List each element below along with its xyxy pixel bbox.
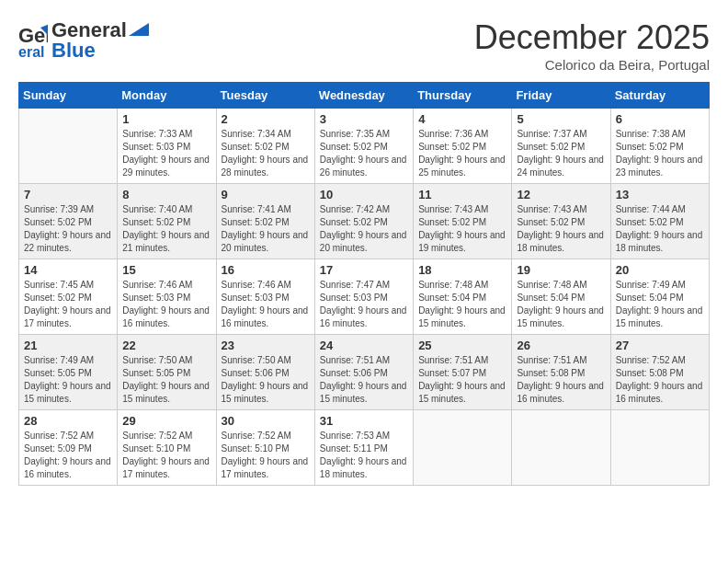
calendar-cell: 14Sunrise: 7:45 AMSunset: 5:02 PMDayligh…: [19, 259, 118, 335]
day-info: Sunrise: 7:52 AMSunset: 5:10 PMDaylight:…: [222, 430, 310, 481]
day-info: Sunrise: 7:43 AMSunset: 5:02 PMDaylight:…: [418, 203, 506, 255]
calendar-cell: 17Sunrise: 7:47 AMSunset: 5:03 PMDayligh…: [314, 259, 413, 335]
logo-icon: Gen eral: [18, 22, 48, 59]
calendar-cell: 11Sunrise: 7:43 AMSunset: 5:02 PMDayligh…: [414, 184, 512, 259]
day-info: Sunrise: 7:53 AMSunset: 5:11 PMDaylight:…: [320, 430, 408, 481]
day-number: 25: [418, 339, 506, 352]
logo-arrow-icon: [129, 23, 149, 36]
day-info: Sunrise: 7:43 AMSunset: 5:02 PMDaylight:…: [517, 203, 605, 255]
day-number: 16: [222, 263, 310, 277]
day-info: Sunrise: 7:51 AMSunset: 5:08 PMDaylight:…: [517, 354, 605, 406]
day-info: Sunrise: 7:38 AMSunset: 5:02 PMDaylight:…: [616, 128, 704, 179]
day-number: 26: [517, 339, 605, 352]
day-info: Sunrise: 7:50 AMSunset: 5:05 PMDaylight:…: [122, 354, 210, 406]
day-number: 11: [418, 188, 506, 201]
location-subtitle: Celorico da Beira, Portugal: [474, 57, 710, 73]
weekday-header: Monday: [118, 83, 216, 109]
calendar-cell: 7Sunrise: 7:39 AMSunset: 5:02 PMDaylight…: [19, 184, 118, 259]
calendar-table: SundayMondayTuesdayWednesdayThursdayFrid…: [18, 82, 710, 486]
weekday-header: Saturday: [610, 83, 709, 109]
day-number: 20: [616, 263, 704, 277]
day-number: 28: [24, 414, 112, 428]
weekday-header: Sunday: [19, 83, 118, 109]
calendar-cell: 18Sunrise: 7:48 AMSunset: 5:04 PMDayligh…: [414, 259, 512, 335]
logo-text-block: General Blue: [51, 18, 149, 63]
day-number: 15: [122, 263, 210, 277]
calendar-cell: 30Sunrise: 7:52 AMSunset: 5:10 PMDayligh…: [216, 410, 314, 486]
calendar-week-row: 1Sunrise: 7:33 AMSunset: 5:03 PMDaylight…: [19, 109, 710, 184]
weekday-header: Friday: [512, 83, 610, 109]
day-info: Sunrise: 7:42 AMSunset: 5:02 PMDaylight:…: [320, 203, 408, 255]
day-info: Sunrise: 7:51 AMSunset: 5:07 PMDaylight:…: [418, 354, 506, 406]
calendar-cell: 24Sunrise: 7:51 AMSunset: 5:06 PMDayligh…: [314, 335, 413, 410]
calendar-cell: 2Sunrise: 7:34 AMSunset: 5:02 PMDaylight…: [216, 109, 314, 184]
calendar-cell: 21Sunrise: 7:49 AMSunset: 5:05 PMDayligh…: [19, 335, 118, 410]
day-info: Sunrise: 7:39 AMSunset: 5:02 PMDaylight:…: [24, 203, 112, 255]
day-info: Sunrise: 7:44 AMSunset: 5:02 PMDaylight:…: [616, 203, 704, 255]
logo: Gen eral General Blue: [18, 18, 149, 63]
day-number: 30: [222, 414, 310, 428]
day-info: Sunrise: 7:36 AMSunset: 5:02 PMDaylight:…: [418, 128, 506, 179]
weekday-header: Tuesday: [216, 83, 314, 109]
day-number: 14: [24, 263, 112, 277]
day-number: 1: [122, 112, 210, 126]
day-number: 27: [616, 339, 704, 352]
day-info: Sunrise: 7:50 AMSunset: 5:06 PMDaylight:…: [222, 354, 310, 406]
day-number: 17: [320, 263, 408, 277]
calendar-cell: 13Sunrise: 7:44 AMSunset: 5:02 PMDayligh…: [610, 184, 709, 259]
calendar-cell: [414, 410, 512, 486]
day-number: 3: [320, 112, 408, 126]
day-info: Sunrise: 7:52 AMSunset: 5:10 PMDaylight:…: [122, 430, 210, 481]
day-number: 10: [320, 188, 408, 201]
day-number: 7: [24, 188, 112, 201]
day-info: Sunrise: 7:40 AMSunset: 5:02 PMDaylight:…: [122, 203, 210, 255]
day-number: 9: [222, 188, 310, 201]
calendar-cell: 25Sunrise: 7:51 AMSunset: 5:07 PMDayligh…: [414, 335, 512, 410]
calendar-cell: 4Sunrise: 7:36 AMSunset: 5:02 PMDaylight…: [414, 109, 512, 184]
day-number: 2: [222, 112, 310, 126]
calendar-cell: 15Sunrise: 7:46 AMSunset: 5:03 PMDayligh…: [118, 259, 216, 335]
day-number: 6: [616, 112, 704, 126]
day-info: Sunrise: 7:49 AMSunset: 5:05 PMDaylight:…: [24, 354, 112, 406]
day-info: Sunrise: 7:46 AMSunset: 5:03 PMDaylight:…: [122, 279, 210, 330]
calendar-cell: 28Sunrise: 7:52 AMSunset: 5:09 PMDayligh…: [19, 410, 118, 486]
calendar-cell: [512, 410, 610, 486]
calendar-cell: 19Sunrise: 7:48 AMSunset: 5:04 PMDayligh…: [512, 259, 610, 335]
calendar-cell: [610, 410, 709, 486]
weekday-header: Wednesday: [314, 83, 413, 109]
calendar-week-row: 14Sunrise: 7:45 AMSunset: 5:02 PMDayligh…: [19, 259, 710, 335]
calendar-cell: 5Sunrise: 7:37 AMSunset: 5:02 PMDaylight…: [512, 109, 610, 184]
day-info: Sunrise: 7:52 AMSunset: 5:09 PMDaylight:…: [24, 430, 112, 481]
day-number: 31: [320, 414, 408, 428]
month-title: December 2025: [474, 18, 710, 57]
calendar-cell: 26Sunrise: 7:51 AMSunset: 5:08 PMDayligh…: [512, 335, 610, 410]
day-number: 12: [517, 188, 605, 201]
day-info: Sunrise: 7:46 AMSunset: 5:03 PMDaylight:…: [222, 279, 310, 330]
calendar-cell: 22Sunrise: 7:50 AMSunset: 5:05 PMDayligh…: [118, 335, 216, 410]
day-number: 24: [320, 339, 408, 352]
day-number: 13: [616, 188, 704, 201]
svg-marker-3: [129, 23, 149, 36]
day-info: Sunrise: 7:41 AMSunset: 5:02 PMDaylight:…: [222, 203, 310, 255]
day-info: Sunrise: 7:45 AMSunset: 5:02 PMDaylight:…: [24, 279, 112, 330]
calendar-week-row: 7Sunrise: 7:39 AMSunset: 5:02 PMDaylight…: [19, 184, 710, 259]
calendar-week-row: 28Sunrise: 7:52 AMSunset: 5:09 PMDayligh…: [19, 410, 710, 486]
day-number: 18: [418, 263, 506, 277]
calendar-cell: 1Sunrise: 7:33 AMSunset: 5:03 PMDaylight…: [118, 109, 216, 184]
day-number: 19: [517, 263, 605, 277]
calendar-cell: 3Sunrise: 7:35 AMSunset: 5:02 PMDaylight…: [314, 109, 413, 184]
day-info: Sunrise: 7:51 AMSunset: 5:06 PMDaylight:…: [320, 354, 408, 406]
day-info: Sunrise: 7:48 AMSunset: 5:04 PMDaylight:…: [418, 279, 506, 330]
calendar-header-row: SundayMondayTuesdayWednesdayThursdayFrid…: [19, 83, 710, 109]
day-number: 22: [122, 339, 210, 352]
calendar-cell: 31Sunrise: 7:53 AMSunset: 5:11 PMDayligh…: [314, 410, 413, 486]
day-info: Sunrise: 7:34 AMSunset: 5:02 PMDaylight:…: [222, 128, 310, 179]
day-info: Sunrise: 7:49 AMSunset: 5:04 PMDaylight:…: [616, 279, 704, 330]
title-block: December 2025 Celorico da Beira, Portuga…: [474, 18, 710, 73]
day-number: 8: [122, 188, 210, 201]
day-info: Sunrise: 7:35 AMSunset: 5:02 PMDaylight:…: [320, 128, 408, 179]
day-info: Sunrise: 7:37 AMSunset: 5:02 PMDaylight:…: [517, 128, 605, 179]
day-number: 23: [222, 339, 310, 352]
day-info: Sunrise: 7:33 AMSunset: 5:03 PMDaylight:…: [122, 128, 210, 179]
calendar-cell: 6Sunrise: 7:38 AMSunset: 5:02 PMDaylight…: [610, 109, 709, 184]
